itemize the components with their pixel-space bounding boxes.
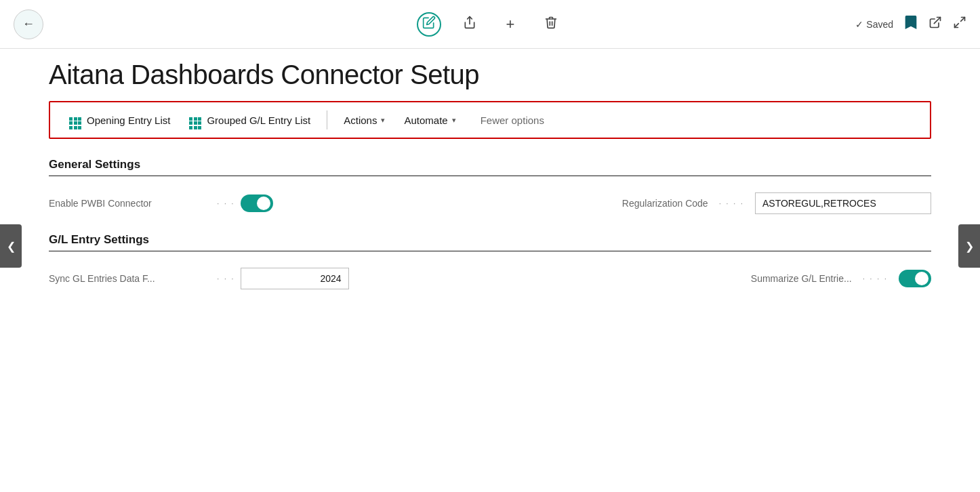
summarize-gl-field: Summarize G/L Entrie... · · · · bbox=[716, 270, 931, 287]
bookmark-icon[interactable] bbox=[904, 14, 918, 34]
enable-pwbi-slider bbox=[241, 194, 273, 212]
back-button[interactable]: ← bbox=[14, 9, 43, 39]
page-title-section: Aitana Dashboards Connector Setup bbox=[0, 49, 980, 96]
enable-pwbi-dots: · · · bbox=[217, 199, 235, 208]
sync-gl-dots: · · · bbox=[217, 274, 235, 283]
sync-gl-label: Sync GL Entries Data F... bbox=[49, 273, 211, 284]
svg-line-3 bbox=[955, 24, 959, 28]
toolbar-right: ✓ Saved bbox=[855, 14, 966, 34]
action-bar: Opening Entry List Grouped G/L Entry Lis… bbox=[50, 102, 930, 138]
action-bar-wrapper: Opening Entry List Grouped G/L Entry Lis… bbox=[49, 101, 931, 139]
regularization-code-input[interactable] bbox=[755, 192, 931, 214]
checkmark-icon: ✓ bbox=[855, 19, 863, 30]
share-icon bbox=[463, 16, 476, 33]
general-settings-heading: General Settings bbox=[49, 158, 931, 171]
enable-pwbi-toggle[interactable] bbox=[241, 194, 273, 212]
add-icon: + bbox=[506, 16, 515, 33]
summarize-gl-dots: · · · · bbox=[863, 274, 888, 283]
saved-status: ✓ Saved bbox=[855, 19, 893, 30]
delete-button[interactable] bbox=[539, 12, 563, 37]
opening-entry-list-label: Opening Entry List bbox=[87, 115, 170, 126]
opening-entry-list-button[interactable]: Opening Entry List bbox=[61, 106, 178, 135]
opening-entry-list-grid-icon bbox=[69, 111, 81, 129]
actions-label: Actions bbox=[344, 115, 377, 126]
general-settings-divider bbox=[49, 176, 931, 176]
enable-pwbi-row: Enable PWBI Connector · · · Regularizati… bbox=[49, 192, 931, 214]
toolbar-icons: + bbox=[417, 12, 563, 37]
summarize-gl-label: Summarize G/L Entrie... bbox=[716, 273, 852, 284]
right-arrow-icon: ❯ bbox=[965, 240, 974, 253]
expand-icon[interactable] bbox=[953, 16, 966, 33]
saved-label: Saved bbox=[866, 19, 893, 30]
regularization-code-dots: · · · · bbox=[719, 199, 744, 208]
side-nav-left-button[interactable]: ❮ bbox=[0, 224, 22, 268]
side-nav-right-button[interactable]: ❯ bbox=[958, 224, 980, 268]
automate-label: Automate bbox=[404, 115, 447, 126]
edit-icon bbox=[422, 16, 436, 33]
left-arrow-icon: ❮ bbox=[7, 240, 16, 253]
gl-entry-settings-divider bbox=[49, 251, 931, 251]
grouped-gl-entry-list-label: Grouped G/L Entry List bbox=[207, 115, 310, 126]
summarize-gl-toggle[interactable] bbox=[899, 270, 931, 287]
enable-pwbi-label: Enable PWBI Connector bbox=[49, 198, 211, 209]
delete-icon bbox=[544, 16, 558, 33]
action-divider bbox=[327, 110, 327, 129]
fewer-options-label: Fewer options bbox=[481, 115, 544, 126]
edit-button[interactable] bbox=[417, 12, 441, 37]
gl-entry-settings-heading: G/L Entry Settings bbox=[49, 233, 931, 247]
actions-dropdown-button[interactable]: Actions ▾ bbox=[335, 109, 393, 131]
grouped-gl-entry-list-button[interactable]: Grouped G/L Entry List bbox=[181, 106, 319, 135]
external-link-icon[interactable] bbox=[928, 16, 942, 33]
svg-line-1 bbox=[934, 18, 940, 24]
sync-gl-row: Sync GL Entries Data F... · · · Summariz… bbox=[49, 268, 931, 289]
actions-chevron-icon: ▾ bbox=[381, 116, 385, 125]
back-arrow-icon: ← bbox=[22, 17, 35, 31]
grouped-gl-grid-icon bbox=[189, 111, 201, 129]
add-button[interactable]: + bbox=[498, 12, 523, 37]
sync-gl-input[interactable] bbox=[241, 268, 349, 289]
svg-line-2 bbox=[961, 18, 965, 22]
general-settings-section: General Settings Enable PWBI Connector ·… bbox=[49, 158, 931, 214]
regularization-code-label: Regularization Code bbox=[573, 198, 708, 209]
share-button[interactable] bbox=[457, 12, 482, 37]
summarize-gl-slider bbox=[899, 270, 931, 287]
fewer-options-button[interactable]: Fewer options bbox=[472, 109, 552, 131]
regularization-code-field: Regularization Code · · · · bbox=[573, 192, 931, 214]
page-title: Aitana Dashboards Connector Setup bbox=[49, 60, 931, 90]
automate-chevron-icon: ▾ bbox=[452, 116, 456, 125]
gl-entry-settings-section: G/L Entry Settings Sync GL Entries Data … bbox=[49, 233, 931, 289]
content-area: General Settings Enable PWBI Connector ·… bbox=[0, 144, 980, 322]
automate-dropdown-button[interactable]: Automate ▾ bbox=[396, 109, 464, 131]
